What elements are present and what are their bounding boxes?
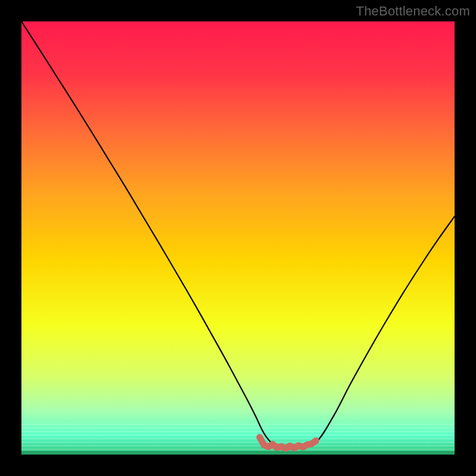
chart-frame: TheBottleneck.com xyxy=(0,0,476,476)
bottom-stripe xyxy=(21,431,455,433)
bottom-stripe xyxy=(21,434,455,436)
bottom-stripe xyxy=(21,441,455,443)
bottom-stripe xyxy=(21,449,455,450)
plot-area xyxy=(21,21,455,455)
bottom-stripe xyxy=(21,424,455,425)
watermark-text: TheBottleneck.com xyxy=(356,4,470,19)
gradient-background xyxy=(21,21,455,455)
bottom-stripe xyxy=(21,445,455,447)
bottom-stripe xyxy=(21,438,455,440)
baseline-strip xyxy=(21,451,455,455)
chart-svg xyxy=(21,21,455,455)
bottom-stripe xyxy=(21,427,455,429)
